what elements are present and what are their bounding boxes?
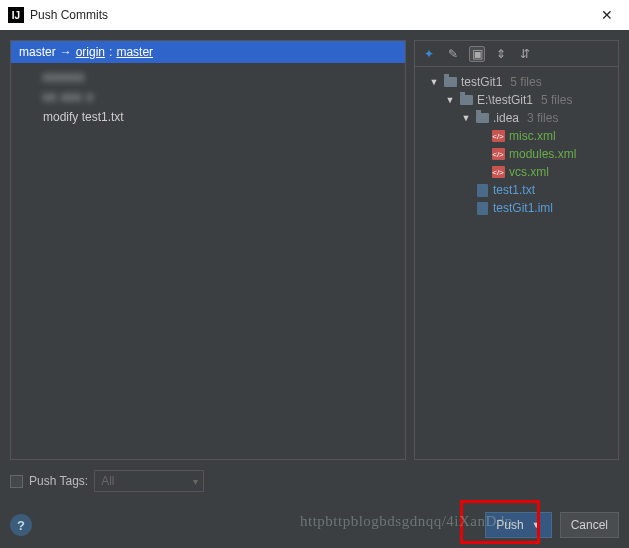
file-tree: ▼ testGit1 5 files ▼ E:\testGit1 5 files… xyxy=(415,67,618,459)
files-toolbar: ✦ ✎ ▣ ⇕ ⇵ xyxy=(415,41,618,67)
commit-list: xxxxxx xx xxx x modify test1.txt xyxy=(11,63,405,459)
local-branch: master xyxy=(19,45,56,59)
push-button[interactable]: Push ▼ xyxy=(485,512,551,538)
remote-name[interactable]: origin xyxy=(76,45,105,59)
tree-file[interactable]: test1.txt xyxy=(419,181,614,199)
tree-file[interactable]: </> vcs.xml xyxy=(419,163,614,181)
xml-file-icon: </> xyxy=(492,130,505,142)
arrow-icon: → xyxy=(60,45,72,59)
iml-file-icon xyxy=(477,202,488,215)
push-tags-combo[interactable]: All xyxy=(94,470,204,492)
commit-item[interactable]: xx xxx x xyxy=(11,87,405,107)
chevron-down-icon[interactable]: ▼ xyxy=(532,520,541,530)
folder-icon xyxy=(460,95,473,105)
push-tags-checkbox[interactable] xyxy=(10,475,23,488)
tree-folder[interactable]: ▼ E:\testGit1 5 files xyxy=(419,91,614,109)
app-icon: IJ xyxy=(8,7,24,23)
cancel-button[interactable]: Cancel xyxy=(560,512,619,538)
commit-item[interactable]: modify test1.txt xyxy=(11,107,405,127)
help-icon[interactable]: ? xyxy=(10,514,32,536)
remote-branch[interactable]: master xyxy=(116,45,153,59)
edit-icon[interactable]: ✎ xyxy=(445,46,461,62)
push-tags-row: Push Tags: All xyxy=(10,470,619,492)
text-file-icon xyxy=(477,184,488,197)
tree-file[interactable]: testGit1.iml xyxy=(419,199,614,217)
close-icon[interactable]: ✕ xyxy=(593,5,621,25)
expand-icon[interactable]: ⇕ xyxy=(493,46,509,62)
chevron-down-icon[interactable]: ▼ xyxy=(429,77,439,87)
push-tags-label: Push Tags: xyxy=(29,474,88,488)
tree-file[interactable]: </> misc.xml xyxy=(419,127,614,145)
chevron-down-icon[interactable]: ▼ xyxy=(445,95,455,105)
folder-icon xyxy=(444,77,457,87)
commit-item[interactable]: xxxxxx xyxy=(11,67,405,87)
group-icon[interactable]: ▣ xyxy=(469,46,485,62)
xml-file-icon: </> xyxy=(492,166,505,178)
tree-file[interactable]: </> modules.xml xyxy=(419,145,614,163)
pin-icon[interactable]: ✦ xyxy=(421,46,437,62)
folder-icon xyxy=(476,113,489,123)
bottom-row: ? Push ▼ Cancel xyxy=(10,508,619,538)
tree-root[interactable]: ▼ testGit1 5 files xyxy=(419,73,614,91)
window-title: Push Commits xyxy=(30,8,593,22)
titlebar: IJ Push Commits ✕ xyxy=(0,0,629,30)
chevron-down-icon[interactable]: ▼ xyxy=(461,113,471,123)
tree-folder[interactable]: ▼ .idea 3 files xyxy=(419,109,614,127)
dialog-content: master → origin : master xxxxxx xx xxx x… xyxy=(0,30,629,548)
commits-pane: master → origin : master xxxxxx xx xxx x… xyxy=(10,40,406,460)
branch-bar[interactable]: master → origin : master xyxy=(11,41,405,63)
xml-file-icon: </> xyxy=(492,148,505,160)
files-pane: ✦ ✎ ▣ ⇕ ⇵ ▼ testGit1 5 files ▼ E:\testGi… xyxy=(414,40,619,460)
collapse-icon[interactable]: ⇵ xyxy=(517,46,533,62)
